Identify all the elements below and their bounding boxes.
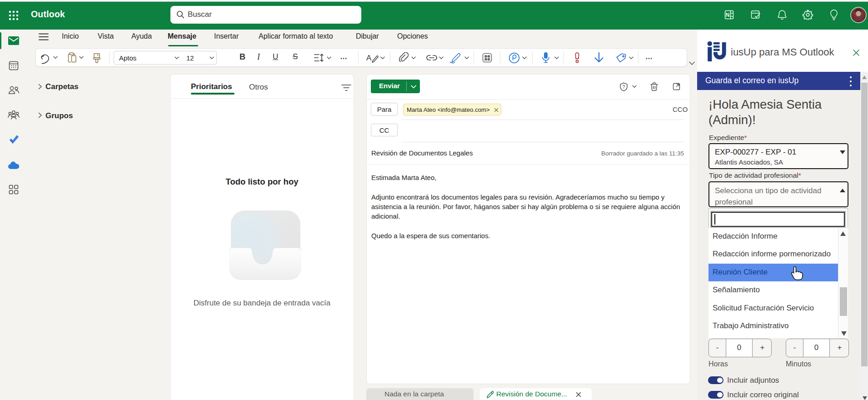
svg-text:N: N [726,12,730,18]
svg-text:A: A [366,54,372,62]
svg-text:?: ? [623,84,625,90]
